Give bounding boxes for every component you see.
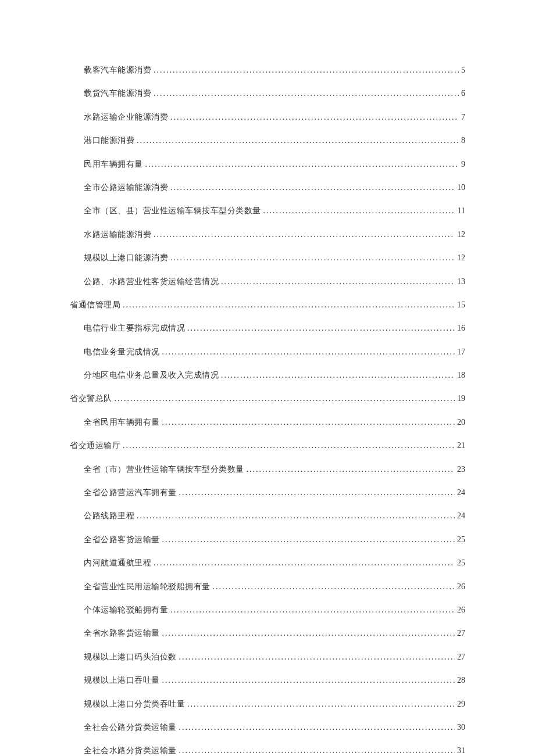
toc-entry-leader (162, 674, 455, 687)
toc-entry-page: 9 (461, 158, 465, 171)
toc-entry: 民用车辆拥有量9 (70, 158, 465, 171)
toc-entry: 公路、水路营业性客货运输经营情况13 (70, 275, 465, 288)
toc-entry-leader (115, 392, 455, 405)
toc-entry-label: 全省民用车辆拥有量 (84, 416, 160, 429)
toc-entry-label: 全市（区、县）营业性运输车辆按车型分类数量 (84, 205, 261, 217)
document-page: 载客汽车能源消费5载货汽车能源消费6水路运输企业能源消费7港口能源消费8民用车辆… (0, 0, 535, 756)
toc-entry-page: 31 (457, 744, 465, 756)
toc-entry: 规模以上港口能源消费12 (70, 252, 465, 264)
toc-entry: 公路线路里程24 (70, 510, 465, 522)
toc-entry-page: 12 (457, 252, 465, 264)
toc-entry: 全省营业性民用运输轮驳船拥有量26 (70, 581, 465, 593)
toc-entry-leader (263, 205, 455, 217)
toc-entry: 全省公路营运汽车拥有量24 (70, 486, 465, 499)
toc-entry-leader (154, 87, 459, 100)
toc-entry-leader (162, 346, 455, 359)
toc-entry-leader (154, 557, 455, 569)
toc-entry-label: 内河航道通航里程 (84, 557, 151, 569)
toc-entry-label: 规模以上港口能源消费 (84, 252, 168, 264)
toc-entry-page: 26 (457, 604, 465, 617)
toc-entry: 分地区电信业务总量及收入完成情况18 (70, 369, 465, 382)
toc-entry: 水路运输能源消费12 (70, 228, 465, 241)
toc-entry: 全省水路客货运输量27 (70, 627, 465, 640)
toc-entry-leader (179, 721, 455, 734)
toc-entry-page: 24 (457, 510, 465, 522)
toc-entry-label: 全省水路客货运输量 (84, 627, 160, 640)
toc-entry-page: 8 (461, 134, 465, 147)
toc-entry: 电信行业主要指标完成情况16 (70, 322, 465, 335)
toc-entry: 全省民用车辆拥有量20 (70, 416, 465, 429)
toc-entry-label: 全省公路营运汽车拥有量 (84, 486, 177, 499)
toc-entry: 省交通运输厅21 (70, 439, 465, 452)
toc-entry-leader (162, 627, 455, 640)
toc-entry-label: 个体运输轮驳船拥有量 (84, 604, 168, 617)
toc-entry-label: 全市公路运输能源消费 (84, 181, 168, 194)
toc-entry-page: 12 (457, 228, 465, 241)
toc-entry-page: 28 (457, 674, 465, 687)
toc-entry-page: 25 (457, 533, 465, 546)
toc-entry-label: 全省公路客货运输量 (84, 533, 160, 546)
toc-entry-leader (162, 416, 455, 429)
toc-entry-page: 30 (457, 721, 465, 734)
toc-entry: 电信业务量完成情况17 (70, 346, 465, 359)
toc-entry: 省交警总队19 (70, 392, 465, 405)
toc-entry: 全社会公路分货类运输量30 (70, 721, 465, 734)
toc-entry-leader (162, 533, 455, 546)
toc-entry-page: 5 (461, 64, 465, 77)
toc-entry-leader (154, 228, 455, 241)
toc-entry-leader (179, 486, 455, 499)
toc-entry: 水路运输企业能源消费7 (70, 111, 465, 124)
toc-entry-leader (213, 581, 455, 593)
toc-entry-label: 省交警总队 (70, 392, 112, 405)
toc-entry-leader (179, 651, 455, 664)
toc-entry: 全市（区、县）营业性运输车辆按车型分类数量11 (70, 205, 465, 217)
toc-entry-page: 26 (457, 581, 465, 593)
toc-entry-page: 16 (457, 322, 465, 335)
toc-entry: 省通信管理局15 (70, 299, 465, 311)
toc-entry: 载客汽车能源消费5 (70, 64, 465, 77)
toc-entry-label: 载货汽车能源消费 (84, 87, 151, 100)
toc-entry: 全省（市）营业性运输车辆按车型分类数量23 (70, 463, 465, 476)
toc-entry-leader (137, 134, 459, 147)
toc-entry: 港口能源消费8 (70, 134, 465, 147)
toc-entry-page: 10 (457, 181, 465, 194)
toc-entry-label: 全省营业性民用运输轮驳船拥有量 (84, 581, 211, 593)
toc-entry-page: 15 (457, 299, 465, 311)
toc-entry-leader (221, 275, 455, 288)
toc-entry-leader (247, 463, 455, 476)
toc-entry-label: 省通信管理局 (70, 299, 120, 311)
toc-entry-label: 水路运输能源消费 (84, 228, 151, 241)
toc-entry-label: 民用车辆拥有量 (84, 158, 143, 171)
toc-entry-leader (123, 439, 455, 452)
toc-entry-page: 20 (457, 416, 465, 429)
toc-entry: 个体运输轮驳船拥有量26 (70, 604, 465, 617)
toc-entry: 规模以上港口码头泊位数27 (70, 651, 465, 664)
toc-entry-label: 水路运输企业能源消费 (84, 111, 168, 124)
toc-entry: 全市公路运输能源消费10 (70, 181, 465, 194)
toc-entry-page: 17 (457, 346, 465, 359)
toc-entry-label: 全社会水路分货类运输量 (84, 744, 177, 756)
toc-entry-page: 11 (458, 205, 465, 217)
toc-entry-leader (179, 744, 455, 756)
toc-entry: 规模以上港口吞吐量28 (70, 674, 465, 687)
toc-entry: 全社会水路分货类运输量31 (70, 744, 465, 756)
toc-entry-label: 公路、水路营业性客货运输经营情况 (84, 275, 219, 288)
toc-entry-label: 全社会公路分货类运输量 (84, 721, 177, 734)
toc-entry-label: 分地区电信业务总量及收入完成情况 (84, 369, 219, 382)
toc-entry-label: 省交通运输厅 (70, 439, 120, 452)
toc-entry-label: 公路线路里程 (84, 510, 134, 522)
toc-entry-page: 7 (461, 111, 465, 124)
toc-entry-label: 载客汽车能源消费 (84, 64, 151, 77)
toc-entry-leader (123, 299, 455, 311)
toc-entry-leader (221, 369, 455, 382)
toc-entry-page: 6 (461, 87, 465, 100)
toc-entry-page: 27 (457, 627, 465, 640)
toc-entry-label: 全省（市）营业性运输车辆按车型分类数量 (84, 463, 244, 476)
toc-entry-page: 29 (457, 698, 465, 711)
toc-entry-page: 19 (457, 392, 465, 405)
toc-entry: 内河航道通航里程25 (70, 557, 465, 569)
toc-entry-page: 21 (457, 439, 465, 452)
toc-entry-leader (187, 322, 455, 335)
table-of-contents: 载客汽车能源消费5载货汽车能源消费6水路运输企业能源消费7港口能源消费8民用车辆… (70, 64, 465, 756)
toc-entry-leader (170, 111, 459, 124)
